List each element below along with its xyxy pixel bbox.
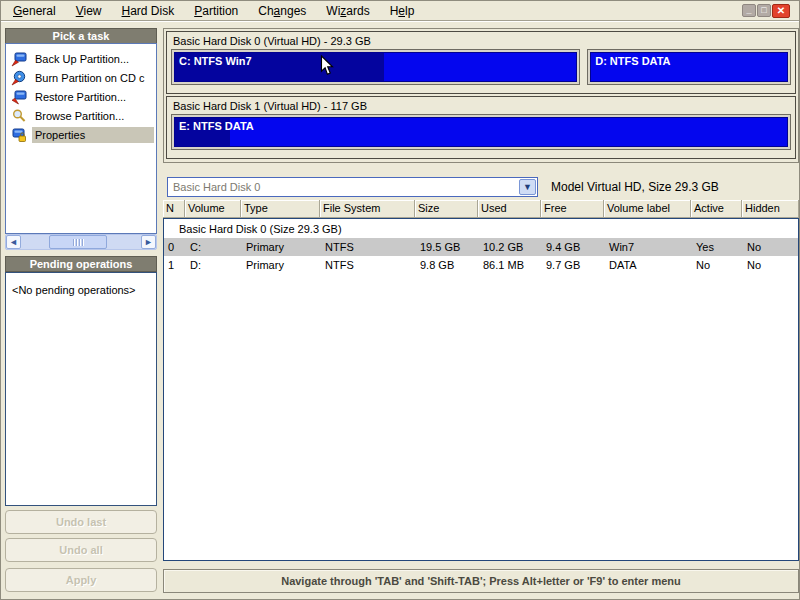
partition-manager-window: General View Hard Disk Partition Changes… bbox=[0, 0, 800, 600]
cell-active: No bbox=[692, 259, 743, 271]
cell-volume: C: bbox=[186, 241, 242, 253]
task-label: Browse Partition... bbox=[32, 108, 154, 124]
partition-d-label: D: NTFS DATA bbox=[595, 55, 670, 67]
cell-file-system: NTFS bbox=[321, 259, 416, 271]
column-header-n[interactable]: N bbox=[163, 200, 185, 218]
disk-select-value: Basic Hard Disk 0 bbox=[173, 181, 260, 193]
menu-partition[interactable]: Partition bbox=[184, 2, 248, 20]
partition-c-label: C: NTFS Win7 bbox=[179, 55, 252, 67]
cell-volume: D: bbox=[186, 259, 242, 271]
table-row-c[interactable]: 0 C: Primary NTFS 19.5 GB 10.2 GB 9.4 GB… bbox=[164, 238, 798, 256]
partition-c-bar[interactable]: C: NTFS Win7 bbox=[171, 49, 580, 85]
restore-disk-icon bbox=[11, 89, 27, 105]
table-body: Basic Hard Disk 0 (Size 29.3 GB) 0 C: Pr… bbox=[163, 218, 799, 561]
disk-0-box: Basic Hard Disk 0 (Virtual HD) - 29.3 GB… bbox=[166, 31, 796, 94]
no-pending-operations-text: <No pending operations> bbox=[12, 284, 136, 296]
column-header-used[interactable]: Used bbox=[478, 200, 541, 218]
column-header-active[interactable]: Active bbox=[691, 200, 742, 218]
scroll-right-arrow-icon[interactable]: ► bbox=[141, 235, 156, 249]
task-label: Restore Partition... bbox=[32, 89, 154, 105]
task-list: Back Up Partition... Burn Partition on C… bbox=[5, 43, 157, 234]
column-header-hidden[interactable]: Hidden bbox=[742, 200, 799, 218]
task-list-scrollbar: ◄ ► bbox=[5, 234, 157, 250]
cell-n: 1 bbox=[164, 259, 186, 271]
scrollbar-thumb[interactable] bbox=[49, 235, 107, 249]
burn-cd-icon bbox=[11, 70, 27, 86]
pending-operations-list: <No pending operations> bbox=[5, 272, 157, 506]
partition-e-label: E: NTFS DATA bbox=[179, 120, 254, 132]
apply-button[interactable]: Apply bbox=[5, 568, 157, 592]
task-label: Back Up Partition... bbox=[32, 51, 154, 67]
cell-used: 10.2 GB bbox=[479, 241, 542, 253]
column-header-volume-label[interactable]: Volume label bbox=[604, 200, 691, 218]
disk-1-box: Basic Hard Disk 1 (Virtual HD) - 117 GB … bbox=[166, 96, 796, 159]
cell-volume-label: Win7 bbox=[605, 241, 692, 253]
column-header-size[interactable]: Size bbox=[415, 200, 478, 218]
chevron-down-icon[interactable]: ▼ bbox=[519, 179, 536, 195]
disk-1-title: Basic Hard Disk 1 (Virtual HD) - 117 GB bbox=[167, 97, 795, 114]
menu-hard-disk[interactable]: Hard Disk bbox=[112, 2, 185, 20]
cell-size: 19.5 GB bbox=[416, 241, 479, 253]
disk-group-row: Basic Hard Disk 0 (Size 29.3 GB) bbox=[164, 219, 798, 238]
task-properties[interactable]: Properties bbox=[6, 125, 156, 144]
cell-volume-label: DATA bbox=[605, 259, 692, 271]
browse-icon bbox=[11, 108, 27, 124]
column-header-volume[interactable]: Volume bbox=[185, 200, 241, 218]
column-header-file-system[interactable]: File System bbox=[320, 200, 415, 218]
partition-table: N Volume Type File System Size Used Free… bbox=[163, 200, 799, 561]
task-back-up-partition[interactable]: Back Up Partition... bbox=[6, 49, 156, 68]
partition-e-bar[interactable]: E: NTFS DATA bbox=[171, 114, 791, 150]
maximize-button[interactable]: □ bbox=[757, 4, 771, 17]
menu-help[interactable]: Help bbox=[380, 2, 425, 20]
disk-model-info: Model Virtual HD, Size 29.3 GB bbox=[551, 180, 719, 194]
status-bar: Navigate through 'TAB' and 'Shift-TAB'; … bbox=[163, 569, 799, 593]
undo-last-button[interactable]: Undo last bbox=[5, 510, 157, 534]
table-row-d[interactable]: 1 D: Primary NTFS 9.8 GB 86.1 MB 9.7 GB … bbox=[164, 256, 798, 274]
cell-n: 0 bbox=[164, 241, 186, 253]
table-header-row: N Volume Type File System Size Used Free… bbox=[163, 200, 799, 218]
task-browse-partition[interactable]: Browse Partition... bbox=[6, 106, 156, 125]
pending-operations-header: Pending operations bbox=[5, 256, 157, 272]
mouse-cursor bbox=[320, 55, 334, 80]
menu-wizards[interactable]: Wizards bbox=[316, 2, 379, 20]
task-burn-partition-cd[interactable]: Burn Partition on CD c bbox=[6, 68, 156, 87]
partition-d-bar[interactable]: D: NTFS DATA bbox=[587, 49, 791, 85]
menu-changes[interactable]: Changes bbox=[248, 2, 316, 20]
disk-select-dropdown[interactable]: Basic Hard Disk 0 ▼ bbox=[167, 177, 538, 197]
pick-a-task-header: Pick a task bbox=[5, 28, 157, 44]
minimize-button[interactable]: _ bbox=[742, 4, 756, 17]
backup-disk-icon bbox=[11, 51, 27, 67]
cell-active: Yes bbox=[692, 241, 743, 253]
cell-used: 86.1 MB bbox=[479, 259, 542, 271]
undo-all-button[interactable]: Undo all bbox=[5, 538, 157, 562]
close-button[interactable]: ✕ bbox=[772, 4, 790, 18]
cell-free: 9.4 GB bbox=[542, 241, 605, 253]
properties-icon bbox=[11, 127, 27, 143]
scrollbar-track[interactable] bbox=[21, 235, 141, 249]
cell-file-system: NTFS bbox=[321, 241, 416, 253]
disk-0-title: Basic Hard Disk 0 (Virtual HD) - 29.3 GB bbox=[167, 32, 795, 49]
cell-type: Primary bbox=[242, 259, 321, 271]
column-header-free[interactable]: Free bbox=[541, 200, 604, 218]
cell-hidden: No bbox=[743, 259, 798, 271]
cell-size: 9.8 GB bbox=[416, 259, 479, 271]
column-header-type[interactable]: Type bbox=[241, 200, 320, 218]
menu-bar: General View Hard Disk Partition Changes… bbox=[1, 1, 799, 21]
task-label: Burn Partition on CD c bbox=[32, 70, 154, 86]
cell-free: 9.7 GB bbox=[542, 259, 605, 271]
window-controls: _ □ ✕ bbox=[742, 4, 790, 18]
task-label: Properties bbox=[32, 127, 154, 143]
menu-general[interactable]: General bbox=[3, 2, 66, 20]
disk-selector-row: Basic Hard Disk 0 ▼ Model Virtual HD, Si… bbox=[167, 177, 797, 197]
scroll-left-arrow-icon[interactable]: ◄ bbox=[6, 235, 21, 249]
cell-type: Primary bbox=[242, 241, 321, 253]
task-restore-partition[interactable]: Restore Partition... bbox=[6, 87, 156, 106]
cell-hidden: No bbox=[743, 241, 798, 253]
disk-map-panel: Basic Hard Disk 0 (Virtual HD) - 29.3 GB… bbox=[163, 28, 799, 163]
menu-view[interactable]: View bbox=[66, 2, 112, 20]
